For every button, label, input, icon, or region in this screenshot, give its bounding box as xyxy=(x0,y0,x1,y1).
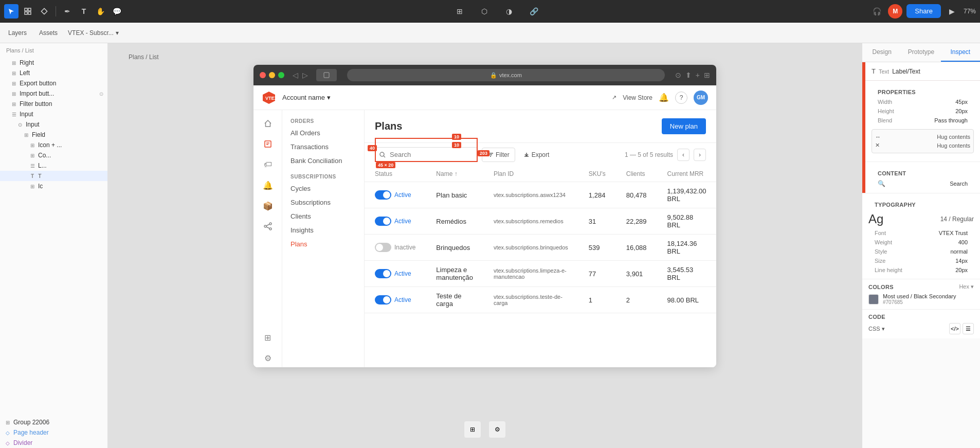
headset-icon[interactable]: 🎧 xyxy=(869,4,884,19)
copy-code-icon[interactable]: </> xyxy=(949,323,960,334)
layer-item-group22006[interactable]: ⊞ Group 22006 xyxy=(0,417,107,427)
layer-label: Ic xyxy=(38,183,43,190)
text-tool-icon[interactable]: T xyxy=(77,4,91,19)
layer-item-import-button[interactable]: ⊞ Import butt... ⊙ xyxy=(0,88,107,99)
share-button[interactable]: Share xyxy=(906,4,941,18)
browser-url[interactable]: 🔒 vtex.com xyxy=(347,69,665,81)
hug-x-icon: ✕ xyxy=(875,142,880,149)
add-tab-icon[interactable]: + xyxy=(696,71,700,79)
nav-cycles[interactable]: Cycles xyxy=(282,182,364,195)
layout-icon[interactable]: ⊞ xyxy=(452,4,467,19)
dot-minimize[interactable] xyxy=(269,72,275,78)
layer-item-input[interactable]: ☰ Input xyxy=(0,109,107,119)
tab-inspect[interactable]: Inspect xyxy=(941,43,980,62)
prev-page-button[interactable]: ‹ xyxy=(677,149,689,161)
hex-selector[interactable]: Hex ▾ xyxy=(959,283,974,290)
typography-title: Typography xyxy=(868,198,974,210)
dot-close[interactable] xyxy=(260,72,266,78)
play-icon[interactable]: ▶ xyxy=(945,4,959,19)
css-label[interactable]: CSS ▾ xyxy=(868,326,885,332)
next-page-button[interactable]: › xyxy=(694,149,706,161)
dot-maximize[interactable] xyxy=(278,72,284,78)
color-swatch xyxy=(868,294,879,304)
status-toggle: Active xyxy=(375,217,415,226)
components-icon[interactable]: ⬡ xyxy=(477,4,492,19)
avatar[interactable]: M xyxy=(888,4,902,19)
component-tool-icon[interactable] xyxy=(37,4,51,19)
layer-item-right[interactable]: ⊞ Right xyxy=(0,58,107,68)
layer-item-co[interactable]: ⊞ Co... xyxy=(0,150,107,160)
nav-clients[interactable]: Clients xyxy=(282,209,364,223)
layer-label: Filter button xyxy=(20,100,52,107)
layer-item-icon-plus[interactable]: ⊞ Icon + ... xyxy=(0,140,107,150)
nav-insights[interactable]: Insights xyxy=(282,223,364,237)
comment-tool-icon[interactable]: 💬 xyxy=(110,4,124,19)
sidebar-box-icon[interactable]: 📦 xyxy=(259,196,277,215)
blend-value: Pass through xyxy=(934,117,968,123)
notification-icon[interactable]: 🔔 xyxy=(659,93,669,102)
nav-subscriptions[interactable]: Subscriptions xyxy=(282,195,364,209)
pen-tool-icon[interactable]: ✒ xyxy=(60,4,75,19)
account-name-button[interactable]: Account name ▾ xyxy=(282,94,331,101)
sidebar-sharing-icon[interactable] xyxy=(259,217,277,236)
toggle-switch[interactable] xyxy=(375,243,391,252)
help-icon[interactable]: ? xyxy=(675,92,687,104)
tab-layers[interactable]: Layers xyxy=(6,27,29,39)
toggle-switch[interactable] xyxy=(375,217,391,226)
layer-item-ic[interactable]: ⊞ Ic xyxy=(0,181,107,191)
nav-bank-conciliation[interactable]: Bank Conciliation xyxy=(282,154,364,168)
layer-item-divider[interactable]: ◇ Divider xyxy=(0,438,107,448)
nav-plans[interactable]: Plans xyxy=(282,237,364,251)
select-tool-icon[interactable] xyxy=(4,4,19,19)
toggle-switch[interactable] xyxy=(375,269,391,278)
search-input[interactable] xyxy=(375,147,478,162)
list-code-icon[interactable]: ☰ xyxy=(963,323,974,334)
sidebar-grid-icon[interactable]: ⊞ xyxy=(259,328,277,347)
canvas-settings-icon[interactable]: ⚙ xyxy=(489,421,505,438)
nav-back-icon[interactable]: ◁ xyxy=(293,71,298,79)
layer-item-input-inner[interactable]: ⊙ Input xyxy=(0,119,107,130)
layer-item-l[interactable]: ☰ L... xyxy=(0,160,107,171)
search-icon xyxy=(379,151,386,158)
frame-tool-icon[interactable] xyxy=(21,4,35,19)
sidebar-orders-icon[interactable] xyxy=(259,135,277,153)
tab-assets[interactable]: Assets xyxy=(37,27,60,39)
bookmark-icon[interactable]: ⊙ xyxy=(675,71,681,79)
sidebar-settings-icon[interactable]: ⚙ xyxy=(259,349,277,367)
hand-tool-icon[interactable]: ✋ xyxy=(93,4,107,19)
layer-item-export-button[interactable]: ⊞ Export button xyxy=(0,78,107,88)
new-plan-button[interactable]: New plan xyxy=(662,118,706,134)
tab-design[interactable]: Design xyxy=(862,43,901,62)
layer-item-page-header[interactable]: ◇ Page header xyxy=(0,427,107,438)
grid-icon[interactable]: ⊞ xyxy=(704,71,710,79)
code-section: Code CSS ▾ </> ☰ xyxy=(862,309,980,338)
properties-section: Properties Width 45px Height 20px Blend … xyxy=(865,81,980,162)
sidebar-tags-icon[interactable]: 🏷 xyxy=(259,155,277,174)
export-button[interactable]: Export xyxy=(519,148,554,162)
layer-item-field[interactable]: ⊞ Field xyxy=(0,130,107,140)
grid-icon: ⊞ xyxy=(10,59,17,66)
sidebar-bell-icon[interactable]: 🔔 xyxy=(259,176,277,194)
tab-icon xyxy=(316,69,337,81)
layer-item-filter-button[interactable]: ⊞ Filter button xyxy=(0,99,107,109)
layer-item-text-selected[interactable]: T T xyxy=(0,171,107,181)
nav-forward-icon[interactable]: ▷ xyxy=(302,71,308,79)
code-title: Code xyxy=(868,314,885,320)
nav-transactions[interactable]: Transactions xyxy=(282,140,364,154)
cell-plan-id: vtex.subscriptions.remedios xyxy=(483,208,578,235)
layer-item-left[interactable]: ⊞ Left xyxy=(0,68,107,78)
user-avatar[interactable]: GM xyxy=(694,91,708,105)
sidebar-home-icon[interactable] xyxy=(259,114,277,133)
toggle-switch[interactable] xyxy=(375,295,391,304)
toggle-switch[interactable] xyxy=(375,190,391,200)
canvas-add-icon[interactable]: ⊞ xyxy=(464,421,481,438)
view-store-link[interactable]: View Store xyxy=(623,94,652,101)
link-icon[interactable]: 🔗 xyxy=(527,4,541,19)
nav-all-orders[interactable]: All Orders xyxy=(282,126,364,140)
col-name[interactable]: Name ↑ xyxy=(426,166,483,182)
theme-icon[interactable]: ◑ xyxy=(502,4,516,19)
share-icon[interactable]: ⬆ xyxy=(685,71,692,79)
tab-prototype[interactable]: Prototype xyxy=(901,43,940,62)
app-content: 🏷 🔔 📦 ⊞ ⚙ ORDERS All Orders Transactions… xyxy=(253,110,716,367)
toolbar-center: ⊞ ⬡ ◑ 🔗 xyxy=(126,4,867,19)
